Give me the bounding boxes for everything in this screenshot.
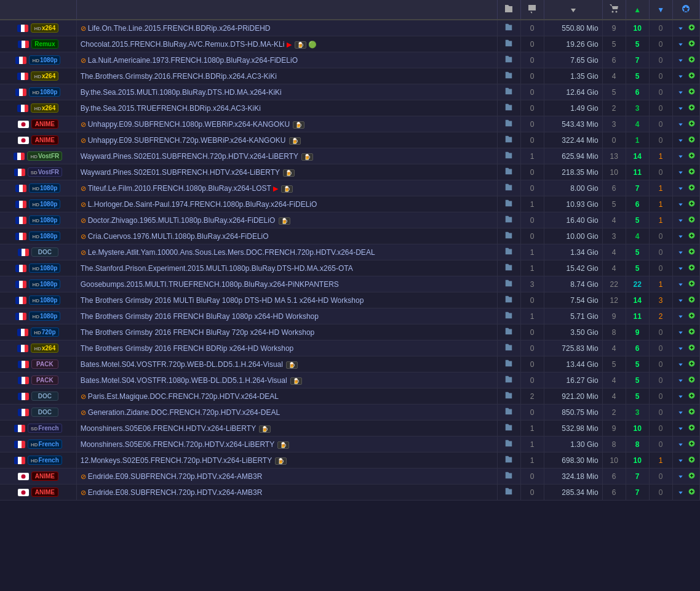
add-button[interactable] (688, 169, 696, 177)
torrent-name-link[interactable]: The Brothers Grimsby 2016 FRENCH BDRip x… (81, 344, 294, 353)
category-badge[interactable]: HDx264 (31, 71, 58, 81)
add-button[interactable] (688, 41, 696, 49)
category-badge[interactable]: HD1080p (29, 183, 60, 193)
download-button[interactable] (677, 409, 686, 417)
add-button[interactable] (688, 297, 696, 305)
files-cell[interactable] (497, 196, 520, 212)
torrent-name-link[interactable]: The Brothers Grimsby 2016 FRENCH BluRay … (81, 328, 315, 337)
files-cell[interactable] (497, 164, 520, 180)
files-cell[interactable] (497, 404, 520, 420)
torrent-name-link[interactable]: By.the.Sea.2015.MULTi.1080p.BluRay.DTS.H… (81, 88, 282, 97)
category-badge[interactable]: HD1080p (29, 279, 60, 289)
add-button[interactable] (688, 249, 696, 257)
files-cell[interactable] (497, 132, 520, 148)
files-cell[interactable] (497, 84, 520, 100)
download-button[interactable] (677, 281, 686, 289)
add-button[interactable] (688, 489, 696, 497)
download-button[interactable] (677, 297, 686, 305)
files-cell[interactable] (497, 20, 520, 36)
add-button[interactable] (688, 425, 696, 433)
torrent-name-link[interactable]: The.Stanford.Prison.Experiment.2015.MULT… (81, 264, 353, 273)
category-badge[interactable]: DOC (31, 392, 58, 401)
add-button[interactable] (688, 217, 696, 225)
add-button[interactable] (688, 121, 696, 129)
add-button[interactable] (688, 201, 696, 209)
category-badge[interactable]: HDFrench (28, 440, 62, 449)
category-badge[interactable]: HD1080p (29, 296, 60, 305)
add-button[interactable] (688, 361, 696, 369)
magnet-icon[interactable]: 🟢 (308, 41, 317, 48)
add-button[interactable] (688, 345, 696, 353)
category-badge[interactable]: SDVostFR (28, 167, 62, 177)
download-button[interactable] (677, 121, 686, 129)
files-cell[interactable] (497, 244, 520, 260)
download-button[interactable] (677, 329, 686, 337)
category-badge[interactable]: ANIME (31, 488, 58, 497)
youtube-icon[interactable]: ▶ (287, 41, 292, 48)
torrent-name-link[interactable]: ⊘Generation.Zidane.DOC.FRENCH.720p.HDTV.… (81, 408, 280, 417)
files-cell[interactable] (497, 68, 520, 84)
torrent-name-link[interactable]: 12.Monkeys.S02E05.FRENCH.720p.HDTV.x264-… (81, 456, 287, 465)
add-button[interactable] (688, 73, 696, 81)
download-button[interactable] (677, 73, 686, 81)
download-button[interactable] (677, 105, 686, 113)
torrent-name-link[interactable]: By.the.Sea.2015.TRUEFRENCH.BDRip.x264.AC… (81, 104, 261, 113)
download-button[interactable] (677, 89, 686, 97)
torrent-name-link[interactable]: ⊘Doctor.Zhivago.1965.MULTi.1080p.BluRay.… (81, 216, 290, 225)
files-cell[interactable] (497, 116, 520, 132)
files-cell[interactable] (497, 276, 520, 292)
torrent-name-link[interactable]: ⊘Titeuf.Le.Film.2010.FRENCH.1080p.BluRay… (81, 184, 293, 193)
youtube-icon[interactable]: ▶ (273, 185, 278, 192)
download-button[interactable] (677, 345, 686, 353)
download-button[interactable] (677, 361, 686, 369)
torrent-name-link[interactable]: ⊘Cria.Cuervos.1976.MULTi.1080p.BluRay.x2… (81, 232, 269, 241)
download-button[interactable] (677, 441, 686, 449)
files-cell[interactable] (497, 292, 520, 308)
download-button[interactable] (677, 313, 686, 321)
add-button[interactable] (688, 265, 696, 273)
torrent-name-link[interactable]: Wayward.Pines.S02E01.SUBFRENCH.HDTV.x264… (81, 168, 295, 177)
files-cell[interactable] (497, 308, 520, 324)
download-button[interactable] (677, 153, 686, 161)
category-badge[interactable]: HD1080p (29, 312, 60, 321)
download-button[interactable] (677, 249, 686, 257)
files-cell[interactable] (497, 420, 520, 436)
files-cell[interactable] (497, 324, 520, 340)
category-badge[interactable]: HD720p (31, 328, 58, 337)
torrent-name-link[interactable]: Goosebumps.2015.MULTI.TRUEFRENCH.1080p.B… (81, 280, 339, 289)
add-button[interactable] (688, 313, 696, 321)
download-button[interactable] (677, 473, 686, 481)
torrent-name-link[interactable]: Wayward.Pines.S02E01.SUBFRENCH.720p.HDTV… (81, 152, 314, 161)
download-button[interactable] (677, 377, 686, 385)
category-badge[interactable]: ANIME (31, 119, 58, 129)
download-button[interactable] (677, 201, 686, 209)
torrent-name-link[interactable]: The Brothers Grimsby 2016 MULTi BluRay 1… (81, 296, 364, 305)
download-button[interactable] (677, 185, 686, 193)
torrent-name-link[interactable]: ⊘Paris.Est.Magique.DOC.FRENCH.720p.HDTV.… (81, 392, 279, 401)
files-cell[interactable] (497, 36, 520, 52)
torrent-name-link[interactable]: Bates.Motel.S04.VOSTFR.1080p.WEB-DL.DD5.… (81, 376, 302, 385)
download-button[interactable] (677, 25, 686, 33)
files-cell[interactable] (497, 340, 520, 356)
torrent-name-link[interactable]: ⊘La.Nuit.Americaine.1973.FRENCH.1080p.Bl… (81, 56, 298, 65)
category-badge[interactable]: Remux (31, 39, 58, 49)
category-badge[interactable]: DOC (31, 247, 58, 257)
torrent-name-link[interactable]: ⊘L.Horloger.De.Saint-Paul.1974.FRENCH.10… (81, 200, 317, 209)
add-button[interactable] (688, 57, 696, 65)
add-button[interactable] (688, 105, 696, 113)
category-badge[interactable]: HDVostFR (27, 151, 62, 161)
files-cell[interactable] (497, 436, 520, 452)
add-button[interactable] (688, 441, 696, 449)
add-button[interactable] (688, 233, 696, 241)
category-badge[interactable]: HDx264 (31, 103, 58, 113)
torrent-name-link[interactable]: Bates.Motel.S04.VOSTFR.720p.WEB-DL.DD5.1… (81, 360, 298, 369)
download-button[interactable] (677, 457, 686, 465)
category-badge[interactable]: HDFrench (28, 456, 62, 465)
download-button[interactable] (677, 41, 686, 49)
category-badge[interactable]: HD1080p (29, 87, 60, 97)
files-cell[interactable] (497, 148, 520, 164)
category-badge[interactable]: ANIME (31, 472, 58, 481)
category-badge[interactable]: PACK (31, 360, 58, 369)
category-badge[interactable]: HD1080p (29, 199, 60, 209)
files-cell[interactable] (497, 484, 520, 501)
